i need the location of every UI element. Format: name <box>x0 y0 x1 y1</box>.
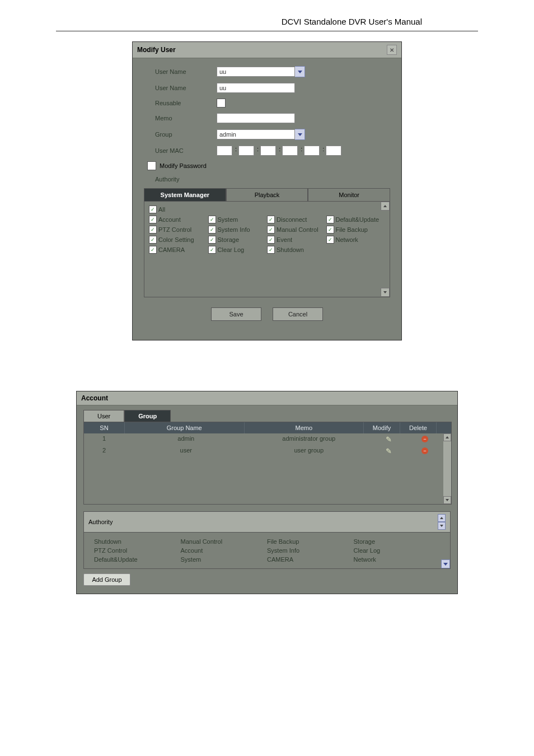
mac-segment[interactable] <box>260 146 276 156</box>
close-icon: ✕ <box>390 47 394 53</box>
mac-segment[interactable] <box>326 146 341 156</box>
perm-checkbox[interactable]: ✓ <box>326 216 334 223</box>
chevron-down-icon <box>446 499 449 501</box>
perm-label: System <box>218 216 238 223</box>
delete-icon[interactable]: − <box>421 436 428 442</box>
mac-segment[interactable] <box>304 146 320 156</box>
perm-checkbox[interactable]: ✓ <box>267 226 275 234</box>
user-name-select[interactable] <box>217 67 295 77</box>
authority-item: PTZ Control <box>94 546 181 555</box>
authority-item: CAMERA <box>267 555 354 564</box>
authority-toggle[interactable] <box>438 514 446 530</box>
tab-monitor[interactable]: Monitor <box>308 188 390 202</box>
account-title: Account <box>77 391 457 405</box>
table-scrollbar[interactable] <box>443 433 451 504</box>
memo-input[interactable] <box>217 113 295 123</box>
perm-label: PTZ Control <box>158 226 191 233</box>
modify-password-checkbox[interactable] <box>147 161 156 170</box>
authority-item: File Backup <box>267 537 354 546</box>
group-label: Group <box>144 131 217 138</box>
col-modify-header: Modify <box>364 422 400 433</box>
scroll-up-button[interactable] <box>443 433 451 441</box>
authority-item: System Info <box>267 546 354 555</box>
dialog-titlebar: Modify User ✕ <box>133 42 401 58</box>
scroll-up-button[interactable] <box>381 202 390 211</box>
perm-label: Clear Log <box>218 246 245 253</box>
perm-checkbox[interactable]: ✓ <box>267 216 275 223</box>
tab-group[interactable]: Group <box>124 410 171 422</box>
user-mac-label: User MAC <box>144 147 217 154</box>
mac-segment[interactable] <box>282 146 298 156</box>
reusable-checkbox[interactable] <box>217 99 226 108</box>
perm-all: All <box>158 206 165 213</box>
perm-checkbox[interactable]: ✓ <box>267 246 275 254</box>
perm-checkbox[interactable]: ✓ <box>149 246 157 254</box>
col-delete-header: Delete <box>400 422 437 433</box>
perm-label: System Info <box>218 226 250 233</box>
perm-checkbox[interactable]: ✓ <box>267 236 275 244</box>
account-tabs: User Group <box>83 410 451 422</box>
perm-label: File Backup <box>336 226 368 233</box>
perm-checkbox[interactable]: ✓ <box>208 246 216 254</box>
authority-item: Default&Update <box>94 555 181 564</box>
close-button[interactable]: ✕ <box>387 45 397 55</box>
authority-tabs: System Manager Playback Monitor <box>144 188 390 202</box>
scroll-down-button[interactable] <box>381 288 390 297</box>
account-panel: Account User Group SN Group Name Memo Mo… <box>76 391 458 594</box>
perm-checkbox[interactable]: ✓ <box>149 206 157 213</box>
perm-label: Disconnect <box>277 216 307 223</box>
scroll-down-button[interactable] <box>443 496 451 504</box>
add-group-button[interactable]: Add Group <box>83 573 130 586</box>
modify-password-label: Modify Password <box>160 162 207 169</box>
authority-item: System <box>181 555 268 564</box>
perm-checkbox[interactable]: ✓ <box>208 236 216 244</box>
user-name-dropdown-button[interactable] <box>295 66 305 77</box>
tab-playback[interactable]: Playback <box>226 188 308 202</box>
perm-checkbox[interactable]: ✓ <box>149 236 157 244</box>
mac-segment[interactable] <box>217 146 232 156</box>
delete-icon[interactable]: − <box>421 447 428 454</box>
tab-system-manager[interactable]: System Manager <box>144 188 226 202</box>
perm-checkbox[interactable]: ✓ <box>208 226 216 234</box>
cancel-button[interactable]: Cancel <box>273 307 323 321</box>
user-name-input[interactable] <box>217 83 295 93</box>
perm-label: Default&Update <box>336 216 380 223</box>
chevron-up-icon <box>438 514 446 522</box>
tab-user[interactable]: User <box>83 410 124 422</box>
mac-segment[interactable] <box>238 146 254 156</box>
authority-item: Manual Control <box>181 537 268 546</box>
table-row[interactable]: 1 admin administrator group ✎ − <box>84 433 443 445</box>
perm-checkbox[interactable]: ✓ <box>208 216 216 223</box>
col-memo-header: Memo <box>245 422 364 433</box>
group-select[interactable] <box>217 129 295 139</box>
save-button[interactable]: Save <box>211 307 261 321</box>
table-row[interactable]: 2 user user group ✎ − <box>84 445 443 457</box>
edit-icon[interactable]: ✎ <box>386 435 392 444</box>
group-dropdown-button[interactable] <box>295 129 305 140</box>
perm-label: Account <box>158 216 181 223</box>
authority-label: Authority <box>88 519 113 525</box>
perm-label: Storage <box>218 236 240 243</box>
perm-checkbox[interactable]: ✓ <box>326 236 334 244</box>
authority-list: Shutdown PTZ Control Default&Update Manu… <box>83 533 451 569</box>
perm-label: Color Setting <box>158 236 194 243</box>
perm-checkbox[interactable]: ✓ <box>326 226 334 234</box>
chevron-down-icon <box>383 291 387 293</box>
reusable-label: Reusable <box>144 100 217 106</box>
perm-checkbox[interactable]: ✓ <box>149 226 157 234</box>
perm-checkbox[interactable]: ✓ <box>149 216 157 223</box>
perm-label: Manual Control <box>277 226 318 233</box>
chevron-down-icon <box>298 133 302 136</box>
edit-icon[interactable]: ✎ <box>386 447 392 455</box>
permissions-panel: ✓All ✓Account ✓System ✓Disconnect ✓Defau… <box>144 202 390 297</box>
cell-name: admin <box>125 433 248 445</box>
authority-header: Authority <box>83 511 451 533</box>
scroll-down-button[interactable] <box>441 559 450 568</box>
perm-label: Event <box>277 236 292 243</box>
cell-memo: administrator group <box>248 433 371 445</box>
authority-item: Storage <box>354 537 441 546</box>
authority-item: Clear Log <box>354 546 441 555</box>
authority-label: Authority <box>144 176 217 183</box>
authority-item: Account <box>181 546 268 555</box>
chevron-down-icon <box>298 71 302 73</box>
